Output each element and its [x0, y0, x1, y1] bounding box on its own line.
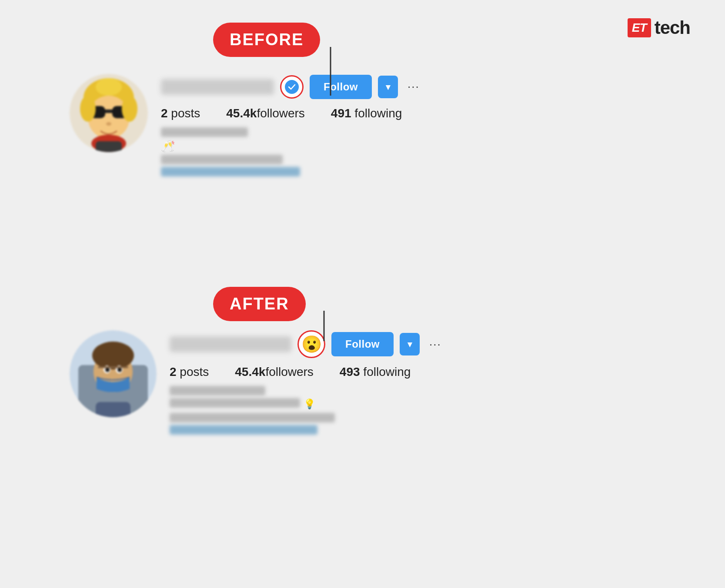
before-stats-row: 2 posts 45.4kfollowers 491 following [161, 106, 423, 120]
after-more-button[interactable]: ··· [426, 332, 445, 357]
svg-point-11 [80, 96, 96, 122]
after-profile-info: 😮 Follow ▾ ··· 2 posts 45.4kfollowers 49… [170, 330, 445, 435]
before-label: BEFORE [213, 23, 320, 57]
page-container: ET tech BEFORE [0, 0, 725, 588]
before-follow-button[interactable]: Follow [310, 75, 372, 99]
before-bio-line2 [161, 155, 283, 164]
before-bio-link [161, 167, 300, 176]
tech-text: tech [655, 17, 690, 38]
before-dropdown-button[interactable]: ▾ [378, 76, 398, 98]
svg-rect-10 [96, 141, 122, 152]
after-bio-line3 [170, 413, 335, 422]
before-posts-stat: 2 posts [161, 106, 200, 120]
after-bio-link-row [170, 425, 445, 435]
before-following-stat: 491 following [331, 106, 402, 120]
before-bio: 🥂 [161, 127, 423, 176]
after-bio-name [170, 386, 265, 395]
svg-point-22 [117, 368, 122, 372]
svg-point-12 [122, 96, 137, 122]
before-profile-section: Follow ▾ ··· 2 posts 45.4kfollowers 491 … [70, 74, 423, 176]
after-stats-row: 2 posts 45.4kfollowers 493 following [170, 365, 445, 379]
before-followers-stat: 45.4kfollowers [226, 106, 305, 120]
after-bio-link [170, 425, 317, 435]
after-followers-stat: 45.4kfollowers [235, 365, 314, 379]
after-bio: 💡 [170, 386, 445, 435]
after-profile-section: 😮 Follow ▾ ··· 2 posts 45.4kfollowers 49… [70, 330, 445, 435]
et-badge: ET [628, 18, 651, 37]
after-username [170, 336, 291, 352]
after-header-row: 😮 Follow ▾ ··· [170, 330, 445, 358]
after-shocked-emoji-circle: 😮 [297, 330, 325, 358]
svg-rect-23 [96, 402, 130, 417]
before-verified-icon [284, 80, 299, 94]
after-label: AFTER [213, 287, 306, 321]
after-posts-stat: 2 posts [170, 365, 209, 379]
before-bio-name [161, 127, 248, 137]
before-more-button[interactable]: ··· [404, 74, 423, 100]
svg-point-18 [92, 342, 134, 369]
svg-rect-24 [98, 366, 128, 368]
after-avatar [70, 330, 157, 417]
et-tech-logo: ET tech [628, 17, 690, 38]
after-bio-line2 [170, 398, 300, 408]
svg-point-13 [96, 78, 122, 96]
after-shocked-emoji: 😮 [301, 336, 322, 352]
after-bio-line2-row: 💡 [170, 398, 445, 410]
before-bio-emoji: 🥂 [161, 140, 423, 153]
before-verified-badge-circle [280, 75, 304, 99]
before-profile-info: Follow ▾ ··· 2 posts 45.4kfollowers 491 … [161, 74, 423, 176]
before-avatar [70, 74, 148, 152]
svg-point-21 [105, 368, 110, 372]
after-following-stat: 493 following [340, 365, 411, 379]
after-follow-button[interactable]: Follow [331, 332, 394, 356]
before-header-row: Follow ▾ ··· [161, 74, 423, 100]
after-bio-emoji: 💡 [304, 399, 315, 410]
after-dropdown-button[interactable]: ▾ [400, 333, 420, 355]
svg-point-8 [106, 122, 111, 126]
before-username [161, 79, 274, 95]
